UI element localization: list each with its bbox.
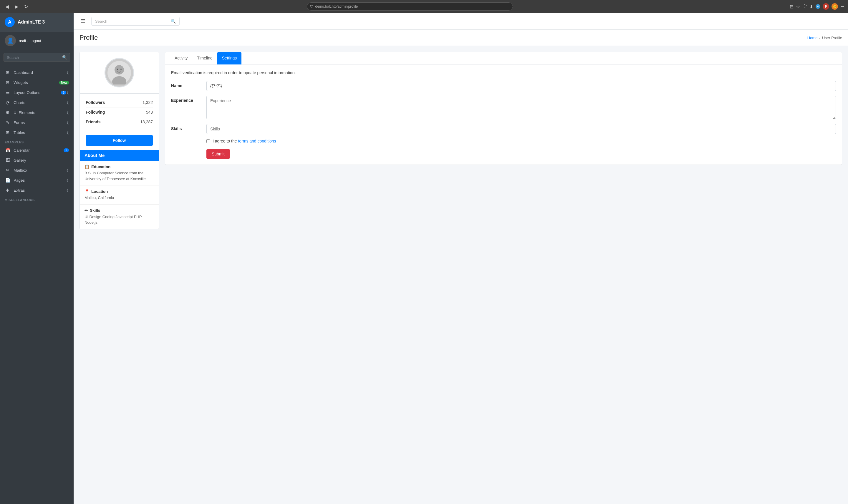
sidebar-item-extras[interactable]: ✚ Extras ❮ bbox=[0, 185, 74, 195]
location-icon: 📍 bbox=[85, 189, 90, 194]
number-badge: 2 bbox=[64, 148, 69, 152]
followers-stat: Followers 1,322 bbox=[86, 98, 153, 107]
education-title: 📋 Education bbox=[85, 164, 154, 169]
pocket-icon: 🛡 bbox=[802, 4, 807, 9]
arrow-icon: ❮ bbox=[66, 111, 69, 114]
terms-link[interactable]: terms and conditions bbox=[238, 139, 276, 143]
terms-checkbox[interactable] bbox=[206, 139, 210, 143]
sidebar-item-ui-elements[interactable]: ❋ UI Elements ❮ bbox=[0, 107, 74, 118]
topbar-search-input[interactable] bbox=[92, 17, 167, 25]
sidebar-search-input[interactable] bbox=[4, 54, 59, 61]
profile-left-card: Followers 1,322 Following 543 Friends 13… bbox=[79, 52, 159, 229]
sidebar-item-label: Widgets bbox=[14, 80, 59, 85]
terms-label: I agree to the terms and conditions bbox=[213, 139, 276, 143]
follow-button[interactable]: Follow bbox=[86, 135, 153, 146]
forward-button[interactable]: ▶ bbox=[13, 3, 20, 11]
education-item: 📋 Education B.S. in Computer Science fro… bbox=[80, 161, 159, 185]
followers-label: Followers bbox=[86, 100, 105, 105]
location-title: 📍 Location bbox=[85, 189, 154, 194]
dashboard-icon: ⊞ bbox=[5, 70, 11, 75]
skills-icon: ✏ bbox=[85, 208, 88, 213]
sidebar-item-pages[interactable]: 📄 Pages ❮ bbox=[0, 175, 74, 185]
arrow-icon: ❮ bbox=[66, 101, 69, 105]
followers-value: 1,322 bbox=[143, 100, 153, 105]
sidebar-item-label: Layout Options bbox=[14, 90, 61, 95]
breadcrumb-current: User Profile bbox=[822, 36, 842, 40]
new-badge: New bbox=[59, 81, 69, 85]
breadcrumb-separator: / bbox=[819, 36, 820, 40]
charts-icon: ◔ bbox=[5, 100, 11, 105]
tab-timeline[interactable]: Timeline bbox=[192, 52, 217, 65]
security-icon: 🛡 bbox=[310, 4, 313, 8]
tab-settings[interactable]: Settings bbox=[217, 52, 242, 65]
sidebar-item-label: Mailbox bbox=[14, 168, 66, 173]
terms-checkbox-group: I agree to the terms and conditions bbox=[171, 139, 836, 143]
tab-activity[interactable]: Activity bbox=[170, 52, 192, 65]
skills-input[interactable] bbox=[206, 124, 836, 134]
layout-icon: ☰ bbox=[5, 90, 11, 95]
bookmark-icon: ☆ bbox=[796, 4, 800, 10]
page-title: Profile bbox=[79, 34, 98, 41]
skills-content: UI Design Coding Javascript PHP Node.js bbox=[85, 214, 154, 226]
main-area: ☰ 🔍 Profile Home / User Profile bbox=[74, 13, 848, 504]
sidebar-item-label: Dashboard bbox=[14, 70, 66, 75]
refresh-button[interactable]: ↻ bbox=[22, 3, 30, 11]
following-stat: Following 543 bbox=[86, 107, 153, 117]
number-badge: 6 bbox=[61, 91, 66, 94]
education-content: B.S. in Computer Science from the Univer… bbox=[85, 170, 154, 182]
download-icon: ⬇ bbox=[809, 4, 813, 10]
sidebar-search-container: 🔍 bbox=[0, 50, 74, 65]
sidebar-item-gallery[interactable]: 🖼 Gallery bbox=[0, 155, 74, 165]
sidebar-item-label: Forms bbox=[14, 121, 66, 125]
sidebar-item-tables[interactable]: ⊞ Tables ❮ bbox=[0, 127, 74, 138]
mailbox-icon: ✉ bbox=[5, 168, 11, 173]
topbar-search-button[interactable]: 🔍 bbox=[167, 17, 179, 25]
arrow-icon: ❮ bbox=[66, 178, 69, 182]
sidebar-item-label: Calendar bbox=[14, 148, 64, 152]
arrow-icon: ❮ bbox=[66, 71, 69, 74]
sidebar-item-forms[interactable]: ✎ Forms ❮ bbox=[0, 118, 74, 127]
profile-wrapper: Followers 1,322 Following 543 Friends 13… bbox=[79, 52, 842, 229]
sidebar-item-calendar[interactable]: 📅 Calendar 2 bbox=[0, 145, 74, 155]
submit-button[interactable]: Submit bbox=[206, 149, 230, 159]
widgets-icon: ⊟ bbox=[5, 80, 11, 85]
examples-section-label: EXAMPLES bbox=[0, 138, 74, 145]
arrow-icon: ❮ bbox=[66, 131, 69, 134]
sidebar-item-mailbox[interactable]: ✉ Mailbox ❮ bbox=[0, 165, 74, 175]
sidebar-avatar: 👤 bbox=[5, 35, 16, 46]
menu-icon: ☰ bbox=[840, 4, 845, 10]
back-button[interactable]: ◀ bbox=[3, 3, 11, 11]
skills-label: Skills bbox=[171, 124, 206, 131]
skills-item: ✏ Skills UI Design Coding Javascript PHP… bbox=[80, 204, 159, 229]
brand-name: AdminLTE 3 bbox=[18, 19, 45, 25]
profile-avatar-image bbox=[105, 58, 134, 87]
following-label: Following bbox=[86, 110, 105, 114]
pages-icon: 📄 bbox=[5, 178, 11, 182]
sidebar-item-layout[interactable]: ☰ Layout Options 6 ❮ bbox=[0, 87, 74, 97]
arrow-icon: ❮ bbox=[66, 121, 69, 125]
name-input[interactable] bbox=[206, 81, 836, 91]
sidebar-item-charts[interactable]: ◔ Charts ❮ bbox=[0, 97, 74, 107]
sidebar-item-label: Charts bbox=[14, 101, 66, 105]
profile-avatar-1: P bbox=[823, 3, 829, 10]
misc-section-label: MISCELLANEOUS bbox=[0, 195, 74, 203]
extension-badge: 6 bbox=[816, 4, 820, 9]
sidebar-brand: A AdminLTE 3 bbox=[0, 13, 74, 32]
sidebar-item-label: Pages bbox=[14, 178, 66, 182]
topbar-toggle-button[interactable]: ☰ bbox=[78, 17, 88, 25]
reader-icon: ⊟ bbox=[790, 4, 794, 10]
sidebar-item-dashboard[interactable]: ⊞ Dashboard ❮ bbox=[0, 68, 74, 77]
topbar-search-container: 🔍 bbox=[91, 17, 180, 25]
breadcrumb: Home / User Profile bbox=[807, 36, 842, 40]
friends-label: Friends bbox=[86, 120, 101, 124]
sidebar-item-widgets[interactable]: ⊟ Widgets New bbox=[0, 77, 74, 87]
breadcrumb-home-link[interactable]: Home bbox=[807, 36, 818, 40]
experience-input[interactable] bbox=[206, 96, 836, 119]
extras-icon: ✚ bbox=[5, 188, 11, 193]
content-header: Profile Home / User Profile bbox=[74, 30, 848, 46]
address-bar[interactable]: 🛡 demo.bolt.htb/admin/profile bbox=[307, 2, 513, 11]
sidebar: A AdminLTE 3 👤 asdf - Logout 🔍 ⊞ Dashboa… bbox=[0, 13, 74, 504]
sidebar-search-button[interactable]: 🔍 bbox=[59, 53, 70, 61]
content-body: Followers 1,322 Following 543 Friends 13… bbox=[74, 46, 848, 235]
sidebar-item-label: Tables bbox=[14, 130, 66, 135]
